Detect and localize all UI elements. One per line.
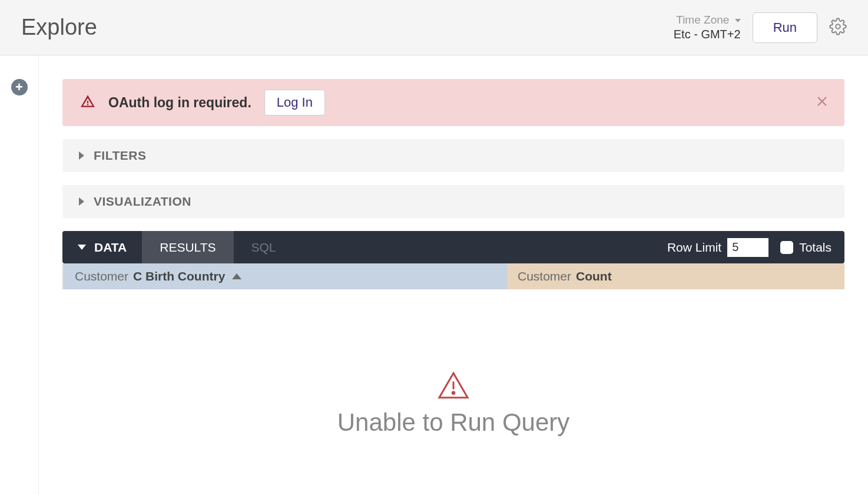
warning-icon xyxy=(80,94,95,111)
page-header: Explore Time Zone Etc - GMT+2 Run xyxy=(0,0,868,55)
timezone-selector[interactable]: Time Zone Etc - GMT+2 xyxy=(674,14,741,41)
data-bar: DATA RESULTS SQL Row Limit Totals xyxy=(62,231,844,263)
measure-column-header[interactable]: Customer Count xyxy=(507,263,844,289)
alert-message: OAuth log in required. xyxy=(108,95,251,111)
data-tab[interactable]: DATA xyxy=(62,231,142,263)
timezone-value: Etc - GMT+2 xyxy=(674,27,741,41)
checkbox-icon xyxy=(780,241,793,254)
data-tab-label: DATA xyxy=(94,240,127,255)
filters-label: FILTERS xyxy=(94,148,146,163)
chevron-right-icon xyxy=(79,151,84,160)
svg-point-1 xyxy=(452,392,455,394)
close-icon[interactable] xyxy=(814,93,830,112)
row-limit-input[interactable] xyxy=(727,238,768,257)
add-icon[interactable]: + xyxy=(11,79,28,95)
login-button[interactable]: Log In xyxy=(264,90,325,116)
empty-state: Unable to Run Query xyxy=(62,372,844,437)
page-title: Explore xyxy=(21,15,97,40)
run-button[interactable]: Run xyxy=(753,12,817,43)
empty-state-text: Unable to Run Query xyxy=(62,408,844,437)
warning-icon xyxy=(438,372,469,401)
left-rail: + xyxy=(0,55,39,495)
gear-icon[interactable] xyxy=(829,18,847,38)
row-limit-label: Row Limit xyxy=(667,240,721,255)
sql-tab[interactable]: SQL xyxy=(234,231,294,263)
chevron-down-icon xyxy=(78,245,86,250)
results-tab[interactable]: RESULTS xyxy=(142,231,233,263)
timezone-label-text: Time Zone xyxy=(676,14,729,26)
timezone-label: Time Zone xyxy=(674,14,741,27)
main-content: OAuth log in required. Log In FILTERS VI… xyxy=(39,55,868,495)
dim-field: C Birth Country xyxy=(133,269,225,283)
header-actions: Time Zone Etc - GMT+2 Run xyxy=(674,12,847,43)
dim-prefix: Customer xyxy=(75,269,128,283)
body-area: + OAuth log in required. Log In FILTERS … xyxy=(0,55,868,495)
visualization-label: VISUALIZATION xyxy=(94,194,191,209)
totals-toggle[interactable]: Totals xyxy=(772,231,844,263)
visualization-panel[interactable]: VISUALIZATION xyxy=(62,185,844,218)
chevron-down-icon xyxy=(735,19,741,22)
spacer xyxy=(294,231,667,263)
dimension-column-header[interactable]: Customer C Birth Country xyxy=(64,263,507,289)
chevron-right-icon xyxy=(79,197,84,206)
row-limit: Row Limit xyxy=(667,231,772,263)
meas-prefix: Customer xyxy=(518,269,571,283)
svg-point-0 xyxy=(836,24,840,29)
sort-asc-icon xyxy=(232,273,241,279)
totals-label: Totals xyxy=(799,240,831,255)
column-headers: Customer C Birth Country Customer Count xyxy=(62,263,844,289)
meas-field: Count xyxy=(576,269,612,283)
oauth-alert: OAuth log in required. Log In xyxy=(62,79,844,126)
filters-panel[interactable]: FILTERS xyxy=(62,139,844,172)
